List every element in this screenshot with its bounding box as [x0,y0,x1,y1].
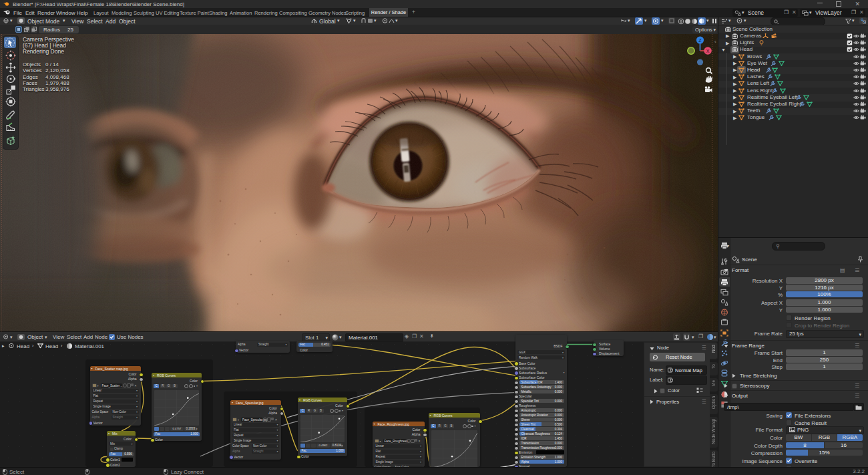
svg-text:Z: Z [698,38,702,43]
svg-text:X: X [706,49,710,53]
